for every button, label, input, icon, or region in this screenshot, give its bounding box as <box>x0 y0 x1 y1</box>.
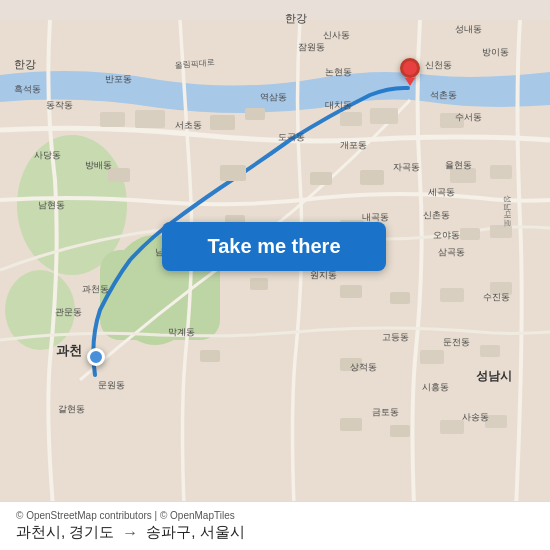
svg-rect-10 <box>370 108 398 124</box>
svg-rect-17 <box>490 165 512 179</box>
svg-rect-31 <box>340 418 362 431</box>
bottom-bar: © OpenStreetMap contributors | © OpenMap… <box>0 501 550 550</box>
svg-rect-23 <box>340 285 362 298</box>
origin-pin <box>87 348 105 366</box>
svg-rect-22 <box>250 278 268 290</box>
svg-rect-5 <box>100 112 125 127</box>
map-svg <box>0 0 550 550</box>
svg-rect-6 <box>135 110 165 128</box>
svg-rect-8 <box>245 108 265 120</box>
svg-rect-28 <box>340 358 362 371</box>
svg-rect-27 <box>200 350 220 362</box>
svg-rect-33 <box>440 420 464 434</box>
svg-rect-11 <box>440 113 464 128</box>
svg-rect-26 <box>490 282 512 295</box>
route-row: 과천시, 경기도 → 송파구, 서울시 <box>16 523 534 542</box>
route-to: 송파구, 서울시 <box>146 523 244 542</box>
svg-rect-13 <box>220 165 246 181</box>
map-container: 한강 신사동 성내동 방이동 신천동 잠원동 올림픽대로 논현동 한강 흑석동 … <box>0 0 550 550</box>
svg-rect-12 <box>108 168 130 182</box>
svg-rect-21 <box>490 225 512 238</box>
svg-rect-7 <box>210 115 235 130</box>
route-arrow-icon: → <box>122 524 138 542</box>
svg-rect-32 <box>390 425 410 437</box>
destination-pin <box>400 58 420 84</box>
route-from: 과천시, 경기도 <box>16 523 114 542</box>
svg-rect-34 <box>485 415 507 428</box>
svg-rect-25 <box>440 288 464 302</box>
svg-rect-30 <box>480 345 500 357</box>
svg-rect-16 <box>450 168 476 183</box>
attribution-row: © OpenStreetMap contributors | © OpenMap… <box>16 510 534 521</box>
svg-rect-9 <box>340 112 362 126</box>
svg-rect-20 <box>460 228 480 240</box>
svg-rect-24 <box>390 292 410 304</box>
svg-rect-15 <box>360 170 384 185</box>
svg-rect-29 <box>420 350 444 364</box>
svg-rect-14 <box>310 172 332 185</box>
take-me-there-button[interactable]: Take me there <box>162 222 386 271</box>
attribution-text: © OpenStreetMap contributors | © OpenMap… <box>16 510 235 521</box>
